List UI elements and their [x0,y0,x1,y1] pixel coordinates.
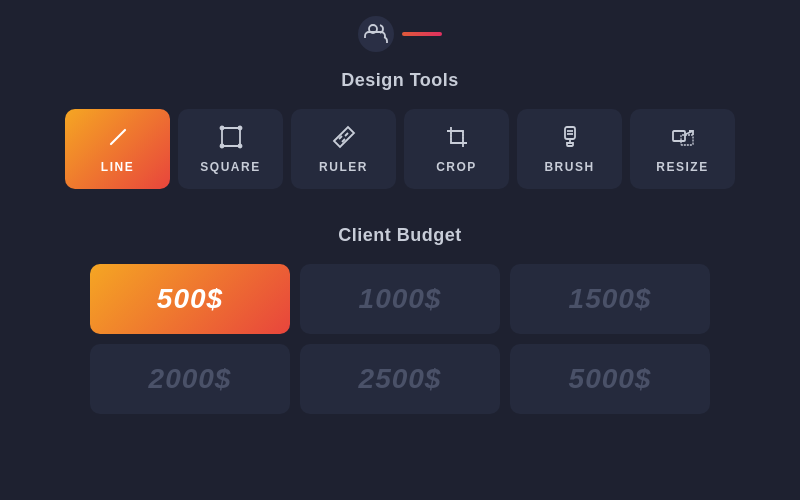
tool-brush-button[interactable]: BRUSH [517,109,622,189]
svg-point-4 [238,126,241,129]
resize-icon [671,125,695,152]
svg-rect-15 [681,135,693,145]
tool-crop-label: CROP [436,160,477,174]
budget-2500-button[interactable]: 2500$ [300,344,500,414]
brush-icon [558,125,582,152]
svg-point-5 [220,144,223,147]
ruler-icon [332,125,356,152]
tool-square-button[interactable]: SQUARE [178,109,283,189]
budget-grid: 500$ 1000$ 1500$ 2000$ 2500$ 5000$ [90,264,710,414]
budget-1000-button[interactable]: 1000$ [300,264,500,334]
tool-resize-button[interactable]: RESIZE [630,109,735,189]
svg-rect-2 [222,128,240,146]
top-line-decoration [402,32,442,36]
budget-1500-button[interactable]: 1500$ [510,264,710,334]
tool-brush-label: BRUSH [544,160,594,174]
tool-crop-button[interactable]: CROP [404,109,509,189]
tools-grid: LINE SQUARE RULER [65,109,735,189]
svg-point-6 [238,144,241,147]
client-budget-title: Client Budget [338,225,462,246]
budget-500-label: 500$ [157,283,223,315]
budget-5000-button[interactable]: 5000$ [510,344,710,414]
svg-point-3 [220,126,223,129]
budget-1500-label: 1500$ [569,283,652,315]
square-icon [219,125,243,152]
tool-resize-label: RESIZE [656,160,708,174]
line-icon [106,125,130,152]
svg-rect-11 [565,127,575,139]
budget-2500-label: 2500$ [359,363,442,395]
budget-2000-button[interactable]: 2000$ [90,344,290,414]
budget-5000-label: 5000$ [569,363,652,395]
svg-line-9 [345,133,348,136]
tool-line-label: LINE [101,160,134,174]
budget-2000-label: 2000$ [149,363,232,395]
budget-1000-label: 1000$ [359,283,442,315]
svg-rect-14 [673,131,685,141]
svg-rect-10 [451,131,463,143]
tool-line-button[interactable]: LINE [65,109,170,189]
tool-ruler-button[interactable]: RULER [291,109,396,189]
design-tools-title: Design Tools [341,70,459,91]
crop-icon [445,125,469,152]
budget-500-button[interactable]: 500$ [90,264,290,334]
svg-line-1 [111,130,125,144]
tool-square-label: SQUARE [200,160,260,174]
top-bar [0,0,800,62]
tool-ruler-label: RULER [319,160,368,174]
top-icon [358,16,394,52]
